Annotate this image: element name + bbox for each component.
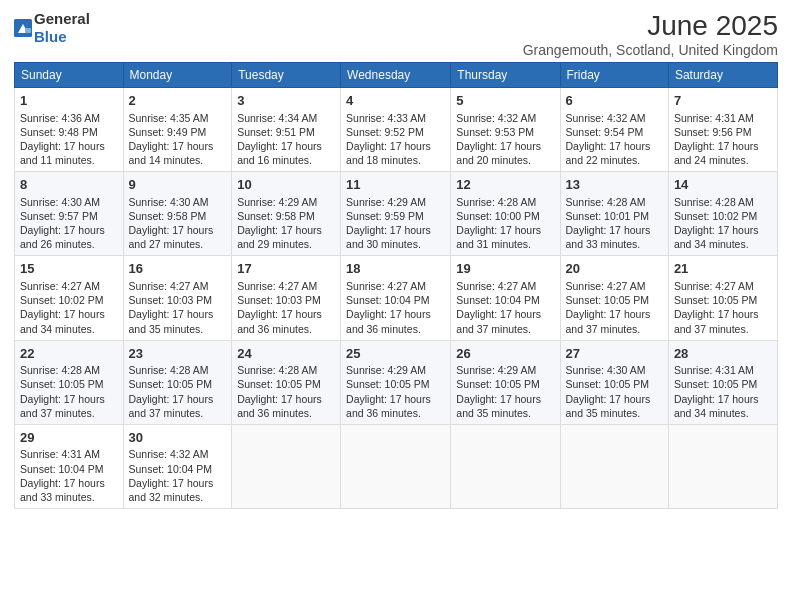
- sunrise-label: Sunrise: 4:27 AM: [20, 280, 100, 292]
- day-number: 24: [237, 345, 335, 363]
- sunset-label: Sunset: 9:52 PM: [346, 126, 424, 138]
- day-number: 4: [346, 92, 445, 110]
- sunset-label: Sunset: 10:00 PM: [456, 210, 539, 222]
- calendar-day-header: Sunday: [15, 63, 124, 88]
- sunrise-label: Sunrise: 4:27 AM: [566, 280, 646, 292]
- sunrise-label: Sunrise: 4:28 AM: [456, 196, 536, 208]
- calendar-day-header: Friday: [560, 63, 668, 88]
- calendar-cell: 22Sunrise: 4:28 AMSunset: 10:05 PMDaylig…: [15, 340, 124, 424]
- calendar-week-row: 1Sunrise: 4:36 AMSunset: 9:48 PMDaylight…: [15, 88, 778, 172]
- daylight-label: Daylight: 17 hours and 35 minutes.: [456, 393, 541, 419]
- day-number: 9: [129, 176, 227, 194]
- sunset-label: Sunset: 10:05 PM: [566, 294, 649, 306]
- day-number: 26: [456, 345, 554, 363]
- sunset-label: Sunset: 10:05 PM: [566, 378, 649, 390]
- daylight-label: Daylight: 17 hours and 14 minutes.: [129, 140, 214, 166]
- sunset-label: Sunset: 10:01 PM: [566, 210, 649, 222]
- daylight-label: Daylight: 17 hours and 36 minutes.: [237, 308, 322, 334]
- sunrise-label: Sunrise: 4:31 AM: [674, 112, 754, 124]
- day-number: 11: [346, 176, 445, 194]
- sunset-label: Sunset: 10:05 PM: [20, 378, 103, 390]
- sunrise-label: Sunrise: 4:28 AM: [674, 196, 754, 208]
- calendar-cell: 3Sunrise: 4:34 AMSunset: 9:51 PMDaylight…: [232, 88, 341, 172]
- calendar-cell: 24Sunrise: 4:28 AMSunset: 10:05 PMDaylig…: [232, 340, 341, 424]
- sunrise-label: Sunrise: 4:29 AM: [346, 364, 426, 376]
- day-number: 20: [566, 260, 663, 278]
- sunrise-label: Sunrise: 4:30 AM: [129, 196, 209, 208]
- sunset-label: Sunset: 10:05 PM: [674, 378, 757, 390]
- daylight-label: Daylight: 17 hours and 36 minutes.: [346, 393, 431, 419]
- calendar-cell: 18Sunrise: 4:27 AMSunset: 10:04 PMDaylig…: [341, 256, 451, 340]
- header: General Blue June 2025 Grangemouth, Scot…: [14, 10, 778, 58]
- daylight-label: Daylight: 17 hours and 31 minutes.: [456, 224, 541, 250]
- daylight-label: Daylight: 17 hours and 30 minutes.: [346, 224, 431, 250]
- daylight-label: Daylight: 17 hours and 34 minutes.: [674, 224, 759, 250]
- page-container: General Blue June 2025 Grangemouth, Scot…: [0, 0, 792, 519]
- day-number: 19: [456, 260, 554, 278]
- calendar-cell: 17Sunrise: 4:27 AMSunset: 10:03 PMDaylig…: [232, 256, 341, 340]
- calendar-day-header: Thursday: [451, 63, 560, 88]
- day-number: 1: [20, 92, 118, 110]
- calendar-week-row: 15Sunrise: 4:27 AMSunset: 10:02 PMDaylig…: [15, 256, 778, 340]
- daylight-label: Daylight: 17 hours and 11 minutes.: [20, 140, 105, 166]
- sunrise-label: Sunrise: 4:34 AM: [237, 112, 317, 124]
- day-number: 18: [346, 260, 445, 278]
- sunrise-label: Sunrise: 4:27 AM: [129, 280, 209, 292]
- daylight-label: Daylight: 17 hours and 34 minutes.: [674, 393, 759, 419]
- calendar-week-row: 22Sunrise: 4:28 AMSunset: 10:05 PMDaylig…: [15, 340, 778, 424]
- sunset-label: Sunset: 9:59 PM: [346, 210, 424, 222]
- sunset-label: Sunset: 10:04 PM: [346, 294, 429, 306]
- sunrise-label: Sunrise: 4:32 AM: [129, 448, 209, 460]
- day-number: 8: [20, 176, 118, 194]
- sunset-label: Sunset: 10:03 PM: [237, 294, 320, 306]
- calendar-cell: [232, 424, 341, 508]
- day-number: 5: [456, 92, 554, 110]
- day-number: 2: [129, 92, 227, 110]
- calendar-cell: [668, 424, 777, 508]
- sunrise-label: Sunrise: 4:30 AM: [20, 196, 100, 208]
- calendar-cell: 30Sunrise: 4:32 AMSunset: 10:04 PMDaylig…: [123, 424, 232, 508]
- day-number: 22: [20, 345, 118, 363]
- sunrise-label: Sunrise: 4:29 AM: [237, 196, 317, 208]
- calendar-cell: 19Sunrise: 4:27 AMSunset: 10:04 PMDaylig…: [451, 256, 560, 340]
- sunset-label: Sunset: 10:05 PM: [346, 378, 429, 390]
- svg-rect-2: [25, 28, 31, 33]
- day-number: 3: [237, 92, 335, 110]
- sunset-label: Sunset: 9:49 PM: [129, 126, 207, 138]
- calendar-cell: [451, 424, 560, 508]
- sunset-label: Sunset: 10:04 PM: [20, 463, 103, 475]
- daylight-label: Daylight: 17 hours and 34 minutes.: [20, 308, 105, 334]
- calendar-day-header: Monday: [123, 63, 232, 88]
- sunset-label: Sunset: 10:04 PM: [456, 294, 539, 306]
- calendar-cell: 6Sunrise: 4:32 AMSunset: 9:54 PMDaylight…: [560, 88, 668, 172]
- daylight-label: Daylight: 17 hours and 36 minutes.: [237, 393, 322, 419]
- location: Grangemouth, Scotland, United Kingdom: [523, 42, 778, 58]
- sunrise-label: Sunrise: 4:36 AM: [20, 112, 100, 124]
- sunset-label: Sunset: 9:56 PM: [674, 126, 752, 138]
- sunrise-label: Sunrise: 4:32 AM: [456, 112, 536, 124]
- sunrise-label: Sunrise: 4:28 AM: [237, 364, 317, 376]
- daylight-label: Daylight: 17 hours and 26 minutes.: [20, 224, 105, 250]
- sunrise-label: Sunrise: 4:30 AM: [566, 364, 646, 376]
- day-number: 30: [129, 429, 227, 447]
- daylight-label: Daylight: 17 hours and 37 minutes.: [20, 393, 105, 419]
- calendar-cell: 25Sunrise: 4:29 AMSunset: 10:05 PMDaylig…: [341, 340, 451, 424]
- day-number: 6: [566, 92, 663, 110]
- sunset-label: Sunset: 9:57 PM: [20, 210, 98, 222]
- daylight-label: Daylight: 17 hours and 35 minutes.: [129, 308, 214, 334]
- calendar-cell: 16Sunrise: 4:27 AMSunset: 10:03 PMDaylig…: [123, 256, 232, 340]
- day-number: 16: [129, 260, 227, 278]
- logo-icon: [14, 19, 32, 37]
- calendar-cell: 28Sunrise: 4:31 AMSunset: 10:05 PMDaylig…: [668, 340, 777, 424]
- day-number: 12: [456, 176, 554, 194]
- calendar-cell: 8Sunrise: 4:30 AMSunset: 9:57 PMDaylight…: [15, 172, 124, 256]
- calendar-cell: 7Sunrise: 4:31 AMSunset: 9:56 PMDaylight…: [668, 88, 777, 172]
- sunset-label: Sunset: 10:05 PM: [456, 378, 539, 390]
- calendar-day-header: Saturday: [668, 63, 777, 88]
- day-number: 15: [20, 260, 118, 278]
- calendar-cell: 13Sunrise: 4:28 AMSunset: 10:01 PMDaylig…: [560, 172, 668, 256]
- sunset-label: Sunset: 10:05 PM: [237, 378, 320, 390]
- daylight-label: Daylight: 17 hours and 20 minutes.: [456, 140, 541, 166]
- daylight-label: Daylight: 17 hours and 22 minutes.: [566, 140, 651, 166]
- daylight-label: Daylight: 17 hours and 37 minutes.: [129, 393, 214, 419]
